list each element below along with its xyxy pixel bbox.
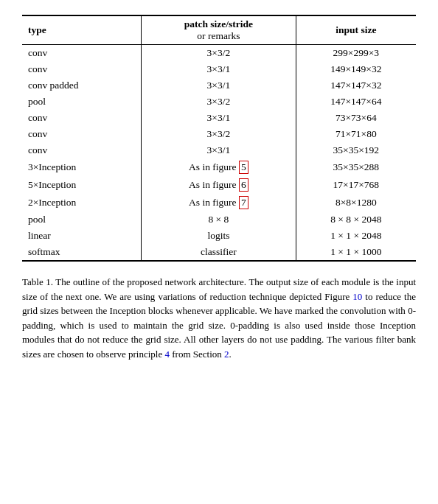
cell-type: pool [22, 94, 142, 110]
cell-patch: 3×3/2 [142, 45, 296, 62]
cell-type: 5×Inception [22, 176, 142, 194]
cell-patch: 3×3/1 [142, 142, 296, 158]
table-row: conv3×3/271×71×80 [22, 126, 416, 142]
cell-patch: 3×3/2 [142, 126, 296, 142]
cell-type: softmax [22, 244, 142, 261]
cell-type: conv [22, 45, 142, 62]
cell-input: 35×35×192 [296, 142, 416, 158]
col-header-type: type [22, 15, 142, 45]
table-row: softmaxclassifier1 × 1 × 1000 [22, 244, 416, 261]
col-header-patch: patch size/stride or remarks [142, 15, 296, 45]
architecture-table: type patch size/stride or remarks input … [22, 15, 416, 262]
col-header-input: input size [296, 15, 416, 45]
cell-type: pool [22, 211, 142, 228]
cell-patch: As in figure 6 [142, 176, 296, 194]
table-row: conv3×3/173×73×64 [22, 110, 416, 126]
cell-input: 149×149×32 [296, 61, 416, 77]
cell-input: 8×8×1280 [296, 194, 416, 211]
cell-input: 147×147×64 [296, 94, 416, 110]
cell-type: conv [22, 142, 142, 158]
cell-patch: logits [142, 228, 296, 244]
figure-link-highlight[interactable]: 5 [239, 161, 248, 174]
cell-type: 3×Inception [22, 158, 142, 176]
cell-patch: 3×3/1 [142, 110, 296, 126]
caption-text-middle2: from Section [170, 349, 224, 360]
cell-patch: As in figure 7 [142, 194, 296, 211]
cell-patch: As in figure 5 [142, 158, 296, 176]
table-row: linearlogits1 × 1 × 2048 [22, 228, 416, 244]
figure-link-highlight[interactable]: 7 [239, 196, 248, 209]
caption-text-suffix: . [229, 349, 232, 360]
cell-input: 1 × 1 × 2048 [296, 228, 416, 244]
cell-input: 8 × 8 × 2048 [296, 211, 416, 228]
cell-input: 17×17×768 [296, 176, 416, 194]
figure-link-highlight[interactable]: 6 [239, 178, 248, 192]
table-caption: Table 1. The outline of the proposed net… [22, 275, 416, 361]
cell-patch: 3×3/1 [142, 77, 296, 94]
table-row: conv padded3×3/1147×147×32 [22, 77, 416, 94]
cell-input: 299×299×3 [296, 45, 416, 62]
cell-type: conv [22, 110, 142, 126]
cell-input: 73×73×64 [296, 110, 416, 126]
table-row: 5×InceptionAs in figure 617×17×768 [22, 176, 416, 194]
cell-patch: 3×3/2 [142, 94, 296, 110]
table-row: conv3×3/135×35×192 [22, 142, 416, 158]
table-row: 2×InceptionAs in figure 78×8×1280 [22, 194, 416, 211]
cell-input: 1 × 1 × 1000 [296, 244, 416, 261]
cell-patch: 3×3/1 [142, 61, 296, 77]
table-row: pool3×3/2147×147×64 [22, 94, 416, 110]
cell-type: conv [22, 61, 142, 77]
table-row: conv3×3/1149×149×32 [22, 61, 416, 77]
cell-patch: classifier [142, 244, 296, 261]
cell-type: conv [22, 126, 142, 142]
cell-input: 147×147×32 [296, 77, 416, 94]
table-row: conv3×3/2299×299×3 [22, 45, 416, 62]
cell-type: linear [22, 228, 142, 244]
cell-input: 71×71×80 [296, 126, 416, 142]
cell-patch: 8 × 8 [142, 211, 296, 228]
caption-link-10[interactable]: 10 [352, 291, 362, 302]
cell-type: conv padded [22, 77, 142, 94]
table-row: 3×InceptionAs in figure 535×35×288 [22, 158, 416, 176]
table-row: pool8 × 88 × 8 × 2048 [22, 211, 416, 228]
cell-input: 35×35×288 [296, 158, 416, 176]
cell-type: 2×Inception [22, 194, 142, 211]
